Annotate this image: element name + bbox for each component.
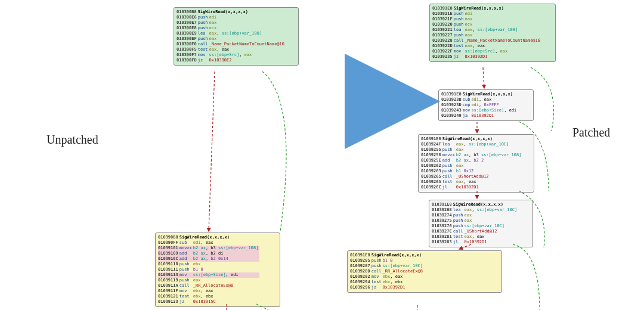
- cfg-block-right-3: 010391E8SigWireRead(x,x,x,x)0103924Fleae…: [418, 134, 534, 193]
- arrow-r-4g: [513, 244, 540, 310]
- arrow-r-1g: [531, 67, 553, 131]
- label-patched: Patched: [572, 126, 620, 140]
- arrow-left-branch: [262, 72, 286, 231]
- cfg-block-right-5: 010391E8SigWireRead(x,x,x,x)01039285push…: [347, 250, 502, 293]
- cfg-block-left-1: 010390B8SigWireRead(x,x,x,x)010390E6push…: [174, 7, 299, 66]
- label-unpatched: Unpatched: [47, 133, 98, 147]
- cfg-block-right-4: 010391E8SigWireRead(x,x,x,x)0103926Eleae…: [429, 200, 533, 247]
- cfg-block-right-1: 010391E8SigWireRead(x,x,x,x)0103921Epush…: [429, 4, 556, 62]
- arrow-left-main: [209, 72, 215, 231]
- cfg-block-left-2: 010390B8SigWireRead(x,x,x,x)010390FFsube…: [155, 232, 280, 307]
- cfg-block-right-2: 010391E8SigWireRead(x,x,x,x)0103923Bsube…: [438, 89, 534, 121]
- arrow-r-1: [483, 67, 484, 88]
